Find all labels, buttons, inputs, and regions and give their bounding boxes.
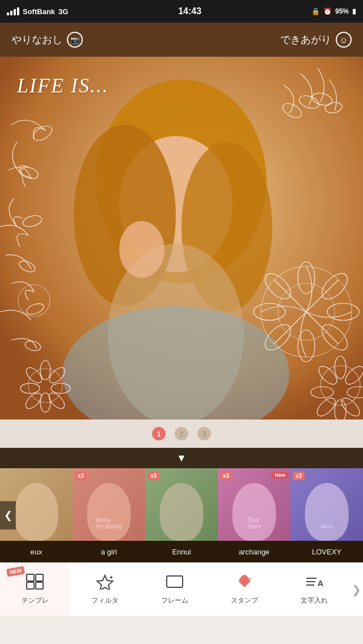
svg-point-34 [314, 395, 338, 419]
filter-label-ennui: Ennui [145, 541, 218, 562]
floral-overlay-svg [0, 57, 363, 420]
svg-text:+: + [249, 576, 252, 582]
tab-frame[interactable]: フレーム [140, 563, 209, 616]
filter-badge-ennui: x3 [147, 472, 159, 480]
network-label: 3G [58, 7, 68, 16]
filter-label-lovexy: LOVEXY [290, 541, 363, 562]
svg-point-18 [327, 303, 359, 320]
filter-label-agirl: a girl [73, 541, 145, 562]
stamp-tab-icon: + [235, 574, 254, 594]
filter-scroll-left[interactable]: ❮ [0, 501, 16, 529]
svg-point-38 [40, 361, 50, 380]
svg-point-31 [347, 387, 363, 398]
tab-frame-label: フレーム [161, 596, 188, 605]
status-bar: SoftBank 3G 14:43 🔒 ⏰ 95% ▮ [0, 0, 363, 23]
tab-text-label: 文字入れ [301, 596, 328, 605]
redo-label: やりなおし [11, 33, 62, 46]
svg-point-35 [311, 387, 334, 398]
filter-item-lovexy[interactable]: x3 lilemi LOVEXY [290, 468, 363, 562]
svg-point-27 [324, 101, 343, 115]
new-badge-archange: New [272, 472, 288, 478]
svg-point-26 [311, 91, 334, 108]
page-dot-1[interactable]: 1 [152, 427, 166, 440]
filter-thumb-archange: x3 New TousJours [218, 468, 290, 541]
svg-point-33 [335, 400, 346, 420]
photo-text-life-is: LIFE IS... [17, 74, 109, 98]
svg-point-21 [261, 320, 296, 355]
svg-point-25 [298, 93, 321, 111]
svg-point-8 [31, 123, 54, 143]
tab-text[interactable]: A 文字入れ [280, 563, 349, 616]
tab-filter[interactable]: ✦ フィルタ [70, 563, 140, 616]
svg-point-22 [254, 303, 285, 320]
tab-filter-label: フィルタ [91, 596, 119, 605]
filter-thumb-ennui: x3 [145, 468, 218, 541]
page-dot-2[interactable]: 2 [175, 427, 188, 440]
template-icon [26, 574, 44, 594]
signal-bars [7, 7, 19, 15]
filter-badge-agirl: x3 [75, 472, 87, 480]
tab-stamp[interactable]: + スタンプ [210, 563, 280, 616]
svg-rect-50 [36, 582, 43, 589]
done-button[interactable]: できあがり ☺ [280, 32, 352, 48]
svg-point-32 [339, 395, 362, 419]
pagination-bar: 1 2 3 [0, 420, 363, 448]
svg-text:✦: ✦ [108, 574, 113, 581]
camera-icon: 📷 [67, 32, 83, 48]
svg-point-19 [318, 320, 352, 355]
photo-canvas[interactable]: LIFE IS... [0, 57, 363, 420]
smiley-icon: ☺ [336, 32, 352, 48]
svg-point-11 [18, 259, 37, 274]
filter-tab-icon: ✦ [96, 574, 114, 594]
alarm-icon: ⏰ [323, 7, 332, 15]
svg-point-17 [318, 269, 352, 304]
svg-point-24 [280, 100, 303, 120]
filter-thumb-agirl: x3 Reinamy darling [73, 468, 145, 541]
svg-rect-49 [27, 582, 34, 589]
svg-point-44 [20, 383, 40, 393]
time-display: 14:43 [178, 6, 201, 16]
lock-icon: 🔒 [311, 7, 320, 15]
tab-bar: NEW テンプレ ✦ フィルタ フレーム [0, 562, 363, 616]
svg-point-40 [51, 383, 70, 393]
filter-label-archange: archange [218, 541, 290, 562]
svg-point-37 [28, 368, 62, 402]
redo-button[interactable]: やりなおし 📷 [11, 32, 83, 48]
new-badge-template: NEW [6, 566, 25, 577]
frame-tab-icon [166, 574, 184, 594]
tab-stamp-label: スタンプ [231, 596, 258, 605]
filter-row: ❮ eux x3 Reinamy darling a girl x3 Ennui [0, 468, 363, 562]
svg-rect-47 [27, 574, 34, 581]
collapse-bar[interactable]: ▼ [0, 448, 363, 468]
tab-template[interactable]: NEW テンプレ [0, 563, 70, 616]
battery-icon: ▮ [352, 7, 356, 15]
filter-badge-lovexy: x3 [293, 472, 305, 480]
svg-point-10 [22, 214, 43, 228]
svg-point-13 [24, 340, 41, 353]
filter-item-agirl[interactable]: x3 Reinamy darling a girl [73, 468, 145, 562]
done-label: できあがり [280, 33, 331, 46]
left-arrow-icon: ❮ [4, 509, 12, 522]
filter-item-ennui[interactable]: x3 Ennui [145, 468, 218, 562]
filter-thumb-lovexy: x3 lilemi [290, 468, 363, 541]
status-right: 🔒 ⏰ 95% ▮ [311, 7, 356, 15]
status-left: SoftBank 3G [7, 7, 68, 16]
carrier-label: SoftBank [23, 7, 55, 16]
svg-text:A: A [318, 579, 323, 588]
app-header: やりなおし 📷 できあがり ☺ [0, 23, 363, 57]
filter-label-eux: eux [0, 541, 73, 562]
svg-point-46 [18, 285, 50, 316]
svg-rect-53 [167, 576, 183, 587]
battery-percent: 95% [335, 7, 349, 15]
svg-rect-48 [36, 574, 43, 581]
svg-point-43 [23, 391, 44, 412]
text-tab-icon: A [305, 574, 323, 594]
filter-item-archange[interactable]: x3 New TousJours archange [218, 468, 290, 562]
filter-badge-archange: x3 [220, 472, 232, 480]
tab-template-label: テンプレ [22, 596, 49, 605]
svg-point-23 [261, 269, 296, 304]
page-dot-3[interactable]: 3 [197, 427, 211, 440]
right-arrow-icon: ❯ [352, 583, 361, 596]
svg-point-29 [335, 356, 346, 379]
tab-scroll-right[interactable]: ❯ [349, 563, 363, 616]
